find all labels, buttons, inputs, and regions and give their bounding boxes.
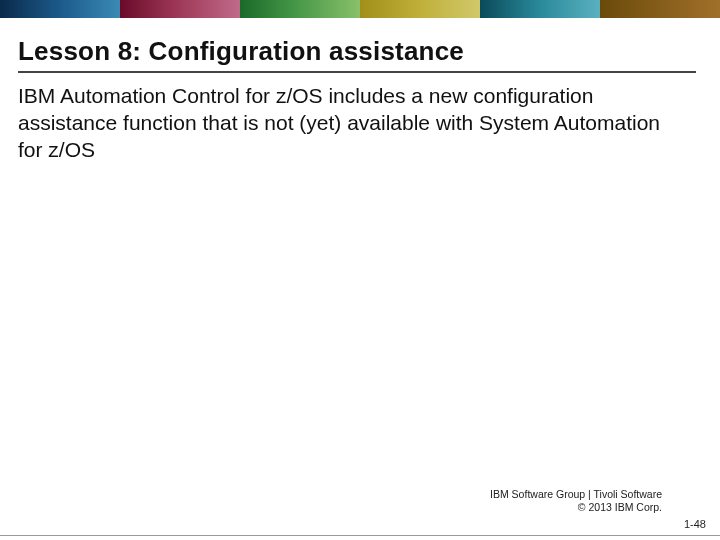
banner-segment <box>600 0 720 18</box>
slide-footer: IBM Software Group | Tivoli Software © 2… <box>490 488 706 530</box>
decorative-banner <box>0 0 720 18</box>
banner-segment <box>0 0 120 18</box>
footer-copyright: © 2013 IBM Corp. <box>578 501 662 513</box>
slide-content: Lesson 8: Configuration assistance IBM A… <box>0 18 720 164</box>
banner-segment <box>360 0 480 18</box>
bottom-divider <box>0 535 720 536</box>
page-number: 1-48 <box>490 518 706 530</box>
banner-segment <box>240 0 360 18</box>
slide-title: Lesson 8: Configuration assistance <box>18 36 696 73</box>
banner-segment <box>480 0 600 18</box>
slide-body-text: IBM Automation Control for z/OS includes… <box>18 83 678 164</box>
banner-segment <box>120 0 240 18</box>
footer-org: IBM Software Group | Tivoli Software <box>490 488 662 500</box>
